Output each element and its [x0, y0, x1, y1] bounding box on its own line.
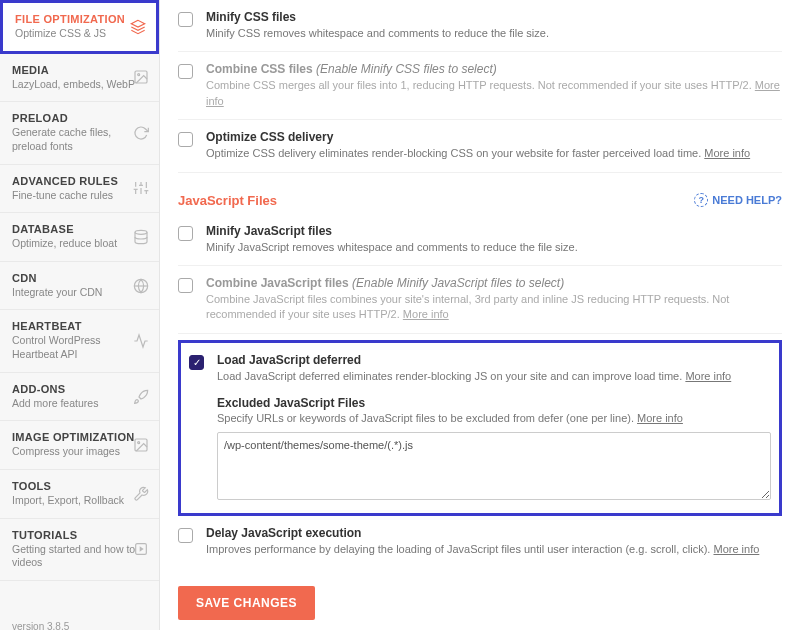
nav-image-optimization[interactable]: IMAGE OPTIMIZATION Compress your images	[0, 421, 159, 470]
nav-database[interactable]: DATABASE Optimize, reduce bloat	[0, 213, 159, 262]
compress-icon	[133, 437, 149, 453]
nav-media[interactable]: MEDIA LazyLoad, embeds, WebP	[0, 54, 159, 103]
nav-desc: Add more features	[12, 397, 147, 411]
nav-desc: LazyLoad, embeds, WebP	[12, 78, 147, 92]
option-label: Delay JavaScript execution	[206, 526, 782, 540]
svg-point-12	[135, 230, 147, 234]
option-desc: Load JavaScript deferred eliminates rend…	[217, 369, 771, 384]
section-title: JavaScript Files	[178, 193, 277, 208]
nav-cdn[interactable]: CDN Integrate your CDN	[0, 262, 159, 311]
globe-icon	[133, 278, 149, 294]
wrench-icon	[133, 486, 149, 502]
sidebar: FILE OPTIMIZATION Optimize CSS & JS MEDI…	[0, 0, 160, 630]
checkbox-combine-css[interactable]	[178, 64, 193, 79]
option-desc: Minify CSS removes whitespace and commen…	[206, 26, 782, 41]
option-desc: Improves performance by delaying the loa…	[206, 542, 782, 557]
nav-desc: Optimize CSS & JS	[15, 27, 144, 41]
option-desc: Combine JavaScript files combines your s…	[206, 292, 782, 323]
option-label: Minify JavaScript files	[206, 224, 782, 238]
option-combine-js: Combine JavaScript files (Enable Minify …	[178, 266, 782, 334]
option-minify-css: Minify CSS files Minify CSS removes whit…	[178, 0, 782, 52]
nav-title: CDN	[12, 272, 147, 284]
layers-icon	[130, 19, 146, 35]
option-desc: Minify JavaScript removes whitespace and…	[206, 240, 782, 255]
nav-advanced-rules[interactable]: ADVANCED RULES Fine-tune cache rules	[0, 165, 159, 214]
more-info-link[interactable]: More info	[685, 370, 731, 382]
heartbeat-icon	[133, 333, 149, 349]
svg-marker-0	[131, 20, 144, 27]
nav-title: ADD-ONS	[12, 383, 147, 395]
nav-title: HEARTBEAT	[12, 320, 147, 332]
checkbox-defer-js[interactable]: ✓	[189, 355, 204, 370]
more-info-link[interactable]: More info	[403, 308, 449, 320]
nav-desc: Integrate your CDN	[12, 286, 147, 300]
more-info-link[interactable]: More info	[637, 412, 683, 424]
more-info-link[interactable]: More info	[713, 543, 759, 555]
nav-title: PRELOAD	[12, 112, 147, 124]
excluded-js-desc: Specify URLs or keywords of JavaScript f…	[217, 412, 771, 424]
help-icon: ?	[694, 193, 708, 207]
more-info-link[interactable]: More info	[704, 147, 750, 159]
svg-point-16	[138, 442, 140, 444]
nav-desc: Import, Export, Rollback	[12, 494, 147, 508]
excluded-js-textarea[interactable]	[217, 432, 771, 500]
excluded-js-title: Excluded JavaScript Files	[217, 396, 771, 410]
nav-title: MEDIA	[12, 64, 147, 76]
nav-title: IMAGE OPTIMIZATION	[12, 431, 147, 443]
save-changes-button[interactable]: SAVE CHANGES	[178, 586, 315, 620]
defer-highlight-box: ✓ Load JavaScript deferred Load JavaScri…	[178, 340, 782, 516]
checkbox-css-delivery[interactable]	[178, 132, 193, 147]
nav-desc: Optimize, reduce bloat	[12, 237, 147, 251]
option-label: Combine CSS files (Enable Minify CSS fil…	[206, 62, 782, 76]
option-desc: Combine CSS merges all your files into 1…	[206, 78, 782, 109]
main-content: Minify CSS files Minify CSS removes whit…	[160, 0, 800, 630]
option-label: Combine JavaScript files (Enable Minify …	[206, 276, 782, 290]
sliders-icon	[133, 180, 149, 196]
nav-title: TUTORIALS	[12, 529, 147, 541]
js-section-header: JavaScript Files ?NEED HELP?	[178, 193, 782, 208]
nav-title: DATABASE	[12, 223, 147, 235]
play-icon	[133, 541, 149, 557]
refresh-icon	[133, 125, 149, 141]
nav-heartbeat[interactable]: HEARTBEAT Control WordPress Heartbeat AP…	[0, 310, 159, 372]
nav-title: ADVANCED RULES	[12, 175, 147, 187]
svg-point-2	[138, 74, 140, 76]
nav-addons[interactable]: ADD-ONS Add more features	[0, 373, 159, 422]
option-label: Load JavaScript deferred	[217, 353, 771, 367]
nav-desc: Fine-tune cache rules	[12, 189, 147, 203]
option-desc: Optimize CSS delivery eliminates render-…	[206, 146, 782, 161]
nav-desc: Generate cache files, preload fonts	[12, 126, 147, 153]
checkbox-delay-js[interactable]	[178, 528, 193, 543]
option-optimize-css-delivery: Optimize CSS delivery Optimize CSS deliv…	[178, 120, 782, 172]
option-label: Optimize CSS delivery	[206, 130, 782, 144]
nav-tutorials[interactable]: TUTORIALS Getting started and how to vid…	[0, 519, 159, 581]
nav-desc: Compress your images	[12, 445, 147, 459]
nav-file-optimization[interactable]: FILE OPTIMIZATION Optimize CSS & JS	[0, 0, 159, 54]
database-icon	[133, 229, 149, 245]
option-minify-js: Minify JavaScript files Minify JavaScrip…	[178, 214, 782, 266]
option-combine-css: Combine CSS files (Enable Minify CSS fil…	[178, 52, 782, 120]
nav-preload[interactable]: PRELOAD Generate cache files, preload fo…	[0, 102, 159, 164]
checkbox-minify-css[interactable]	[178, 12, 193, 27]
image-icon	[133, 69, 149, 85]
option-delay-js: Delay JavaScript execution Improves perf…	[178, 516, 782, 567]
checkbox-minify-js[interactable]	[178, 226, 193, 241]
version-label: version 3.8.5	[12, 621, 69, 630]
nav-desc: Getting started and how to videos	[12, 543, 147, 570]
nav-desc: Control WordPress Heartbeat API	[12, 334, 147, 361]
checkbox-combine-js[interactable]	[178, 278, 193, 293]
nav-title: FILE OPTIMIZATION	[15, 13, 144, 25]
need-help-link[interactable]: ?NEED HELP?	[694, 193, 782, 207]
nav-title: TOOLS	[12, 480, 147, 492]
rocket-icon	[133, 389, 149, 405]
svg-marker-18	[140, 547, 144, 552]
option-label: Minify CSS files	[206, 10, 782, 24]
nav-tools[interactable]: TOOLS Import, Export, Rollback	[0, 470, 159, 519]
